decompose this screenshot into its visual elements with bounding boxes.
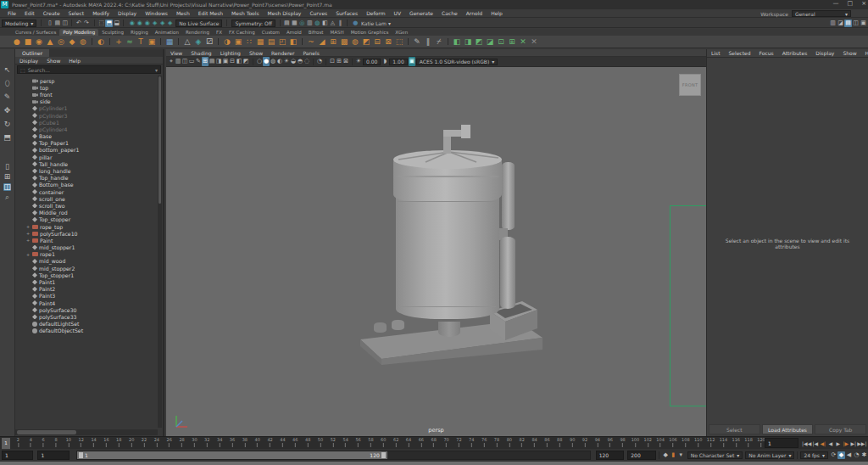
reduce-icon[interactable]: ▤ [266, 36, 276, 48]
viewport-menu-panels[interactable]: Panels [298, 50, 323, 56]
step-back-key-icon[interactable]: ◀| [819, 440, 826, 447]
menu-surfaces[interactable]: Surfaces [331, 10, 362, 16]
bookmark-range-icon[interactable]: ▮ [670, 451, 677, 459]
user-account[interactable]: ● Katie Lam ▾ [352, 20, 391, 27]
launch-arnold-icon[interactable]: ◬ [329, 20, 337, 27]
image-plane-icon[interactable]: ◫ [181, 57, 188, 66]
outliner-horizontal-scrollbar[interactable] [15, 429, 158, 435]
bevel-icon[interactable]: ◩ [361, 36, 371, 48]
time-ticks[interactable]: 2468101214161820222426283032343638404244… [12, 437, 761, 450]
film-gate-icon[interactable]: ▤ [209, 57, 215, 66]
range-start-handle[interactable] [79, 452, 83, 458]
uv-planar-map-icon[interactable]: ◧ [452, 36, 462, 48]
rotate-tool-icon[interactable]: ↻ [3, 120, 11, 128]
viewport-menu-show[interactable]: Show [245, 50, 267, 56]
layout-four-pane-icon[interactable]: ⊞ [3, 173, 11, 181]
time-slider[interactable]: 1 24681012141618202224262830323436384042… [0, 436, 868, 449]
select-component-icon[interactable]: ⬓ [113, 20, 120, 27]
attr-menu-focus[interactable]: Focus [755, 50, 778, 56]
outliner-item-container[interactable]: container [15, 188, 158, 195]
attr-menu-help[interactable]: Help [861, 50, 868, 56]
shadows-toggle-icon[interactable]: ◒ [290, 57, 297, 66]
menu-edit-mesh[interactable]: Edit Mesh [194, 10, 227, 16]
scrollbar-handle[interactable] [17, 430, 76, 434]
animation-end-field[interactable]: 200 [627, 451, 656, 460]
shelf-tab-xgen[interactable]: XGen [392, 29, 411, 36]
channel-box-toggle-icon[interactable]: ▣ [860, 20, 867, 27]
menu-mesh-tools[interactable]: Mesh Tools [227, 10, 263, 16]
shelf-tab-animation[interactable]: Animation [152, 29, 182, 36]
pause-viewport-icon[interactable]: ‖ [337, 20, 344, 27]
attr-menu-display[interactable]: Display [811, 50, 838, 56]
outliner-item-top-paper1[interactable]: Top_Paper1 [15, 140, 158, 147]
shelf-tab-arnold[interactable]: Arnold [283, 29, 305, 36]
menu-deform[interactable]: Deform [362, 10, 389, 16]
poly-torus-icon[interactable]: ◎ [56, 36, 66, 48]
attribute-editor-toggle-icon[interactable]: ▤ [844, 20, 852, 27]
fps-selector[interactable]: 24 fps ▾ [800, 451, 828, 459]
outliner-search[interactable]: ⬚ Search... ▾ [17, 65, 161, 74]
minimize-button[interactable]: — [833, 0, 839, 7]
hik-character-toggle-icon[interactable]: ◪ [837, 20, 844, 27]
character-set-caret-icon[interactable]: ▾ [677, 451, 685, 459]
layout-hypershade-icon[interactable]: ⌕ [3, 193, 11, 201]
mute-audio-icon[interactable]: ◀ [845, 451, 853, 459]
range-slider-fill[interactable]: 1 120 [77, 451, 387, 459]
expand-icon[interactable]: + [25, 231, 31, 236]
motion-blur-toggle-icon[interactable]: ◌ [303, 57, 310, 66]
render-settings-icon[interactable]: ◍ [314, 20, 321, 27]
select-tool-icon[interactable]: ↖ [3, 66, 11, 74]
new-scene-icon[interactable]: ▯ [46, 20, 53, 27]
load-attributes-button[interactable]: Load Attributes [762, 424, 814, 434]
menu-mesh-display[interactable]: Mesh Display [264, 10, 306, 16]
outliner-item-polysurface33[interactable]: polySurface33 [15, 313, 158, 320]
attr-menu-show[interactable]: Show [838, 50, 860, 56]
viewport-menu-renderer[interactable]: Renderer [267, 50, 298, 56]
go-to-end-icon[interactable]: ▶▶| [857, 440, 866, 447]
shelf-tab-sculpting[interactable]: Sculpting [98, 29, 127, 36]
outliner-item-paint2[interactable]: Paint2 [15, 286, 158, 293]
sweep-mesh-icon[interactable]: ≈ [125, 36, 135, 48]
undo-icon[interactable]: ↶ [75, 20, 82, 27]
outliner-item-scroll-one[interactable]: scroll_one [15, 195, 158, 202]
bookmark-view-icon[interactable]: ▥ [175, 57, 181, 66]
insert-edge-loop-icon[interactable]: ‖ [423, 36, 433, 48]
outliner-menu-help[interactable]: Help [64, 58, 85, 64]
outliner-item-middle-rod[interactable]: Middle_rod [15, 210, 158, 216]
outliner-item-persp[interactable]: persp [15, 77, 158, 84]
expand-icon[interactable]: + [25, 238, 31, 243]
make-live-icon[interactable]: ◈ [166, 20, 174, 27]
type-tool-icon[interactable]: T [136, 36, 146, 48]
expand-icon[interactable]: + [25, 224, 31, 229]
menu-help[interactable]: Help [487, 10, 507, 16]
playback-start-field[interactable]: 1 [37, 451, 69, 460]
field-chart-icon[interactable]: ⊟ [229, 57, 236, 66]
outliner-item-scroll-two[interactable]: scroll_two [15, 202, 158, 209]
wireframe-on-shaded-icon[interactable]: ◍ [270, 57, 276, 66]
menu-edit[interactable]: Edit [20, 10, 39, 16]
lasso-tool-icon[interactable]: ⬯ [3, 80, 11, 87]
two-d-pan-zoom-icon[interactable]: ▭ [188, 57, 195, 66]
workspace-selector[interactable]: General ▾ [792, 10, 851, 17]
outliner-item-pcylinder3[interactable]: pCylinder3 [15, 112, 158, 119]
evaluation-mode-icon[interactable]: ◔ [853, 451, 860, 459]
crease-icon[interactable]: ⊠ [383, 36, 393, 48]
textured-mode-icon[interactable]: ◐ [276, 57, 283, 66]
anim-layer-selector[interactable]: No Anim Layer ▾ [745, 451, 794, 459]
play-forwards-icon[interactable]: ▶ [834, 440, 842, 447]
poly-platonic-icon[interactable]: ◐ [96, 36, 106, 48]
attr-menu-list[interactable]: List [707, 50, 725, 56]
viewport-menu-view[interactable]: View [166, 50, 186, 56]
character-set-selector[interactable]: No Character Set ▾ [687, 451, 743, 459]
snap-together-icon[interactable]: ◈ [193, 36, 203, 48]
outliner-item-rope1[interactable]: +rope1 [15, 251, 158, 258]
combine-icon[interactable]: ▣ [233, 36, 243, 48]
outliner-item-side[interactable]: side [15, 98, 158, 105]
outliner-item-top-stopper[interactable]: Top_stopper [15, 216, 158, 223]
menu-generate[interactable]: Generate [405, 10, 437, 16]
current-frame-field[interactable]: 1 [765, 438, 798, 448]
attr-menu-attributes[interactable]: Attributes [778, 50, 812, 56]
menu-windows[interactable]: Windows [141, 10, 172, 16]
poly-dice-icon[interactable]: ⚂ [204, 36, 214, 48]
step-forward-frame-icon[interactable]: ▶| [849, 440, 857, 447]
